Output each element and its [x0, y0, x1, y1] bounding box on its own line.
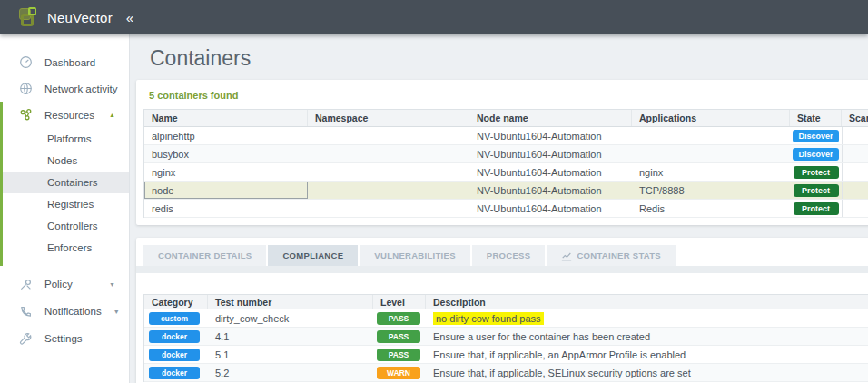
container-scan: [842, 127, 868, 144]
globe-icon: [19, 82, 33, 95]
container-name: nginx: [144, 163, 308, 181]
brand-name: NeuVector: [47, 10, 113, 25]
sidebar-collapse-icon[interactable]: «: [126, 10, 133, 25]
category-badge[interactable]: docker: [149, 367, 200, 379]
tab-container-stats[interactable]: CONTAINER STATS: [547, 245, 676, 266]
level-badge: PASS: [377, 330, 420, 343]
wrench-icon: [19, 332, 33, 346]
sidebar-item-label: Resources: [44, 110, 94, 121]
level-badge: PASS: [377, 312, 420, 325]
page-title: Containers: [130, 34, 868, 71]
state-badge[interactable]: Protect: [794, 184, 839, 197]
column-header-category[interactable]: Category: [144, 295, 208, 309]
table-row[interactable]: redis NV-Ubuntu1604-Automation Redis Pro…: [144, 200, 868, 218]
description: Ensure that, if applicable, SELinux secu…: [426, 364, 868, 381]
top-bar: NeuVector «: [0, 0, 868, 34]
sidebar-item-label: Containers: [47, 177, 98, 188]
container-applications: [632, 127, 790, 144]
container-scan: [842, 182, 868, 199]
neuvector-app: NeuVector « Dashboard Network activity R…: [0, 0, 868, 383]
container-name: node: [144, 182, 308, 199]
containers-count: 5 containers found: [143, 87, 868, 101]
column-header-state[interactable]: State: [790, 110, 842, 126]
test-number: 4.1: [208, 328, 373, 345]
container-detail-card: CONTAINER DETAILS COMPLIANCE VULNERABILI…: [136, 238, 868, 383]
category-badge[interactable]: custom: [149, 312, 200, 325]
column-header-node-name[interactable]: Node name: [469, 110, 632, 126]
sidebar-item-controllers[interactable]: Controllers: [0, 215, 129, 237]
sidebar-item-network-activity[interactable]: Network activity: [0, 75, 129, 102]
column-header-applications[interactable]: Applications: [632, 110, 790, 126]
container-name: alpinehttp: [144, 127, 308, 144]
table-row[interactable]: nginx NV-Ubuntu1604-Automation nginx Pro…: [144, 163, 868, 182]
container-node-name: NV-Ubuntu1604-Automation: [469, 200, 632, 217]
container-applications: TCP/8888: [632, 182, 790, 199]
state-badge[interactable]: Discover: [793, 148, 838, 161]
column-header-description[interactable]: Description: [426, 295, 868, 309]
sidebar-item-platforms[interactable]: Platforms: [0, 128, 129, 150]
state-badge[interactable]: Protect: [794, 166, 839, 179]
sidebar-item-registries[interactable]: Registries: [0, 193, 129, 215]
column-header-test-number[interactable]: Test number: [208, 295, 373, 309]
table-row[interactable]: alpinehttp NV-Ubuntu1604-Automation Disc…: [144, 127, 868, 145]
container-applications: nginx: [632, 163, 790, 181]
table-row-selected[interactable]: node NV-Ubuntu1604-Automation TCP/8888 P…: [144, 182, 868, 200]
state-badge[interactable]: Protect: [794, 202, 839, 215]
category-badge[interactable]: docker: [149, 330, 200, 343]
description: Ensure that, if applicable, an AppArmor …: [426, 346, 868, 363]
containers-table-header: Name Namespace Node name Applications St…: [144, 110, 868, 127]
tab-process[interactable]: PROCESS: [472, 245, 546, 266]
container-node-name: NV-Ubuntu1604-Automation: [469, 182, 632, 199]
compliance-row[interactable]: docker 4.1 PASS Ensure a user for the co…: [144, 328, 868, 346]
neuvector-logo-icon: [19, 7, 40, 28]
sidebar-item-label: Enforcers: [47, 242, 92, 253]
sidebar-item-label: Controllers: [47, 221, 98, 231]
sidebar: Dashboard Network activity Resources ▲ P…: [0, 34, 130, 383]
container-namespace: [308, 127, 469, 144]
chevron-down-icon: ▼: [113, 309, 120, 315]
tab-compliance[interactable]: COMPLIANCE: [268, 245, 358, 266]
container-node-name: NV-Ubuntu1604-Automation: [469, 145, 632, 162]
tab-label: PROCESS: [487, 250, 531, 260]
compliance-row[interactable]: docker 5.2 WARN Ensure that, if applicab…: [144, 364, 868, 382]
tab-label: VULNERABILITIES: [374, 250, 455, 260]
sidebar-item-dashboard[interactable]: Dashboard: [0, 49, 129, 75]
state-badge[interactable]: Discover: [793, 130, 838, 142]
test-number: 5.2: [208, 364, 373, 381]
container-namespace: [308, 200, 469, 217]
compliance-row[interactable]: custom dirty_cow_check PASS no dirty cow…: [144, 309, 868, 328]
column-header-name[interactable]: Name: [144, 110, 308, 126]
column-header-level[interactable]: Level: [373, 295, 426, 309]
sidebar-item-enforcers[interactable]: Enforcers: [0, 237, 129, 259]
sidebar-item-policy[interactable]: Policy ▼: [0, 270, 129, 298]
test-number: 5.1: [208, 346, 373, 363]
chevron-down-icon: ▼: [109, 281, 115, 288]
container-scan: [842, 163, 868, 181]
column-header-namespace[interactable]: Namespace: [308, 110, 469, 126]
sidebar-item-containers[interactable]: Containers: [0, 172, 129, 193]
column-header-scan[interactable]: Scan: [842, 110, 868, 126]
container-node-name: NV-Ubuntu1604-Automation: [469, 127, 632, 144]
tab-vulnerabilities[interactable]: VULNERABILITIES: [360, 245, 469, 266]
level-badge: PASS: [377, 349, 420, 361]
sidebar-item-resources[interactable]: Resources ▲: [0, 102, 129, 128]
containers-table: Name Namespace Node name Applications St…: [143, 109, 868, 218]
active-section-bar: [0, 102, 3, 266]
sidebar-item-label: Notifications: [44, 306, 102, 317]
detail-tabs: CONTAINER DETAILS COMPLIANCE VULNERABILI…: [143, 245, 868, 266]
compliance-row[interactable]: docker 5.1 PASS Ensure that, if applicab…: [144, 346, 868, 364]
sidebar-item-notifications[interactable]: Notifications ▼: [0, 298, 129, 325]
tab-strip: [136, 266, 868, 273]
compliance-table: Category Test number Level Description c…: [143, 294, 868, 382]
category-badge[interactable]: docker: [149, 349, 200, 361]
compliance-table-header: Category Test number Level Description: [144, 295, 868, 309]
tools-icon: [19, 278, 33, 291]
sidebar-item-label: Platforms: [47, 133, 92, 144]
container-namespace: [308, 182, 469, 199]
table-row[interactable]: busybox NV-Ubuntu1604-Automation Discove…: [144, 145, 868, 163]
line-chart-icon: [561, 250, 572, 261]
highlighted-text: no dirty cow found pass: [433, 312, 544, 325]
sidebar-item-settings[interactable]: Settings: [0, 325, 129, 352]
sidebar-item-nodes[interactable]: Nodes: [0, 150, 129, 172]
tab-container-details[interactable]: CONTAINER DETAILS: [143, 245, 266, 266]
